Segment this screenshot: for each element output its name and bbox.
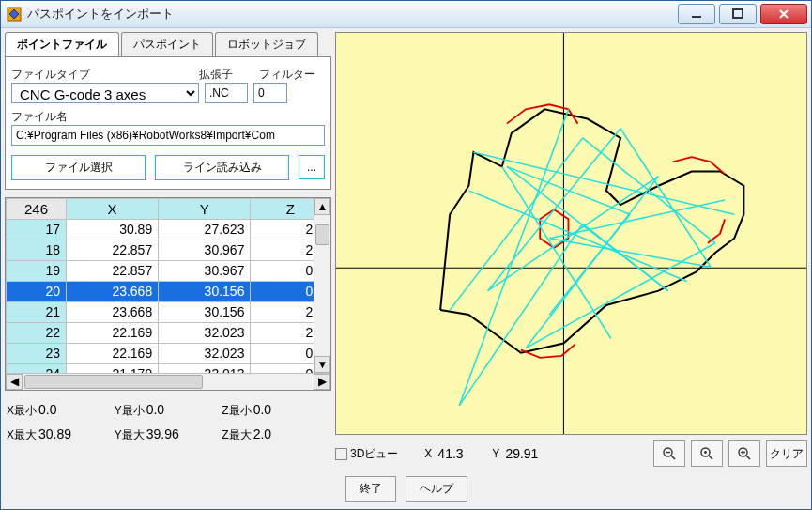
table-row[interactable]: 2023.66830.1560.0 — [7, 281, 330, 301]
window: パスポイントをインポート ポイントファイル パスポイント ロボットジョブ ファイ… — [0, 0, 812, 510]
tab-point-file[interactable]: ポイントファイル — [5, 32, 119, 56]
scroll-left-icon[interactable]: ◀ — [6, 374, 23, 390]
col-x[interactable]: X — [66, 198, 158, 219]
coord-y-label: Y — [492, 447, 499, 460]
svg-line-24 — [671, 456, 675, 459]
zoom-in-button[interactable] — [728, 440, 760, 467]
file-select-button[interactable]: ファイル選択 — [11, 155, 146, 180]
app-icon — [7, 7, 22, 22]
tab-path-point[interactable]: パスポイント — [121, 32, 213, 56]
xmin-label: X最小 — [7, 404, 37, 417]
xmax-value: 30.89 — [38, 426, 71, 441]
table-row[interactable]: 1922.85730.9670.0 — [7, 260, 330, 281]
zoom-fit-button[interactable] — [691, 440, 723, 467]
table-row[interactable]: 2222.16932.0232.0 — [7, 322, 330, 343]
client-area: ポイントファイル パスポイント ロボットジョブ ファイルタイプ 拡張子 フィルタ… — [1, 28, 811, 471]
tab-robot-job[interactable]: ロボットジョブ — [215, 32, 318, 56]
svg-point-28 — [704, 451, 707, 454]
right-pane: 3Dビュー X 41.3 Y 29.91 クリア — [335, 32, 807, 467]
tab-bar: ポイントファイル パスポイント ロボットジョブ — [5, 32, 331, 56]
table-row[interactable]: 2123.66830.1562.0 — [7, 301, 330, 322]
filter-input[interactable] — [253, 83, 287, 103]
left-pane: ポイントファイル パスポイント ロボットジョブ ファイルタイプ 拡張子 フィルタ… — [5, 32, 331, 467]
svg-line-30 — [746, 456, 750, 459]
tab-body: ファイルタイプ 拡張子 フィルター CNC G-code 3 axes ファイル… — [5, 56, 331, 190]
scroll-down-icon[interactable]: ▼ — [314, 356, 330, 373]
line-load-button[interactable]: ライン読み込み — [155, 155, 289, 180]
label-filename: ファイル名 — [11, 109, 325, 125]
table-corner: 246 — [7, 198, 67, 219]
col-y[interactable]: Y — [159, 198, 251, 219]
zoom-out-button[interactable] — [653, 440, 685, 467]
ymax-value: 39.96 — [146, 426, 179, 441]
titlebar: パスポイントをインポート — [1, 1, 811, 28]
coord-x-label: X — [424, 447, 432, 460]
close-button[interactable] — [760, 4, 807, 24]
canvas-toolbar: 3Dビュー X 41.3 Y 29.91 クリア — [335, 440, 807, 467]
ymin-value: 0.0 — [146, 402, 164, 417]
browse-button[interactable]: ... — [299, 155, 325, 179]
stats-grid: X最小0.0 Y最小0.0 Z最小0.0 X最大30.89 Y最大39.96 Z… — [5, 398, 331, 447]
vertical-scrollbar[interactable]: ▲ ▼ — [314, 198, 330, 373]
zmax-label: Z最大 — [222, 428, 251, 441]
label-filter: フィルター — [259, 67, 315, 83]
coord-y-value: 29.91 — [505, 446, 554, 461]
toolpath-plot — [336, 33, 806, 434]
svg-line-5 — [450, 138, 582, 310]
exit-button[interactable]: 終了 — [345, 476, 396, 502]
coord-x-value: 41.3 — [437, 446, 486, 461]
svg-line-27 — [709, 456, 712, 459]
window-buttons — [678, 4, 811, 24]
zmin-value: 0.0 — [253, 402, 271, 417]
view3d-checkbox[interactable]: 3Dビュー — [335, 446, 398, 462]
svg-rect-2 — [733, 9, 743, 18]
clear-button[interactable]: クリア — [766, 440, 807, 467]
window-title: パスポイントをインポート — [27, 6, 678, 23]
table-row[interactable]: 2322.16932.0230.0 — [7, 343, 330, 363]
maximize-button[interactable] — [719, 4, 757, 24]
xmax-label: X最大 — [7, 428, 37, 441]
ymin-label: Y最小 — [115, 404, 145, 417]
zmin-label: Z最小 — [222, 404, 251, 417]
svg-line-12 — [549, 238, 711, 267]
table-row[interactable]: 1730.8927.6232.0 — [7, 219, 330, 240]
ymax-label: Y最大 — [115, 428, 145, 441]
minimize-button[interactable] — [678, 4, 715, 24]
footer: 終了 ヘルプ — [1, 471, 811, 509]
preview-canvas[interactable] — [335, 32, 807, 435]
scroll-thumb[interactable] — [315, 224, 329, 245]
ext-input[interactable] — [205, 83, 248, 103]
help-button[interactable]: ヘルプ — [406, 476, 467, 502]
xmin-value: 0.0 — [38, 402, 56, 417]
scroll-right-icon[interactable]: ▶ — [314, 374, 330, 390]
svg-line-7 — [526, 243, 715, 348]
scroll-up-icon[interactable]: ▲ — [314, 198, 330, 215]
horizontal-scrollbar[interactable]: ◀ ▶ — [6, 373, 330, 390]
filetype-select[interactable]: CNC G-code 3 axes — [11, 83, 199, 103]
filename-input[interactable] — [11, 125, 325, 146]
label-ext: 拡張子 — [199, 67, 259, 83]
zmax-value: 2.0 — [253, 426, 271, 441]
table-row[interactable]: 1822.85730.9672.0 — [7, 240, 330, 260]
hscroll-thumb[interactable] — [24, 375, 203, 389]
label-filetype: ファイルタイプ — [11, 67, 199, 83]
data-table[interactable]: 246 X Y Z 1730.8927.6232.01822.85730.967… — [6, 198, 330, 385]
data-table-wrap: 246 X Y Z 1730.8927.6232.01822.85730.967… — [5, 197, 331, 391]
